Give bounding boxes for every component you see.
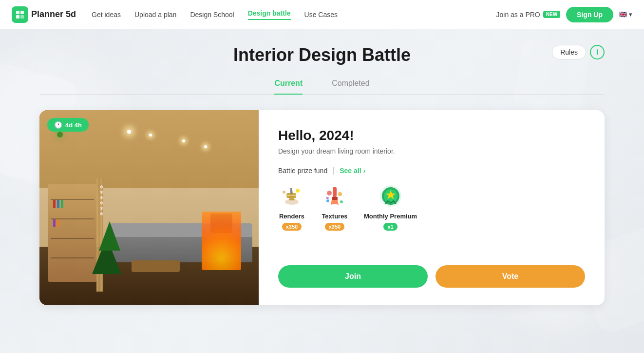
premium-label: Monthly Premium [364, 213, 417, 220]
logo[interactable]: Planner 5d [12, 6, 76, 23]
nav-design-battle[interactable]: Design battle [248, 9, 291, 20]
svg-rect-10 [333, 187, 337, 197]
join-button[interactable]: Join [278, 265, 428, 288]
renders-count: x350 [282, 223, 302, 231]
nav-design-school[interactable]: Design School [190, 11, 234, 19]
ceiling-light-1 [149, 134, 152, 137]
fireplace-glow [202, 212, 241, 270]
coffee-table [132, 260, 180, 272]
clock-icon: 🕐 [54, 121, 62, 129]
navbar: Planner 5d Get ideas Upload a plan Desig… [0, 0, 644, 29]
svg-point-15 [340, 200, 343, 203]
signup-button[interactable]: Sign Up [566, 7, 613, 22]
ceiling-light-2 [182, 139, 185, 142]
prize-divider [333, 167, 334, 175]
ceiling-light-3 [204, 145, 207, 148]
nav-use-cases[interactable]: Use Cases [304, 11, 338, 19]
svg-rect-16 [326, 197, 329, 199]
svg-rect-0 [16, 11, 19, 14]
prize-header: Battle prize fund See all › [278, 167, 585, 175]
battle-description: Design your dream living room interior. [278, 147, 585, 155]
prizes-row: Renders x350 [278, 182, 585, 231]
chevron-down-icon: ▾ [629, 11, 632, 18]
renders-icon [278, 182, 305, 210]
page-background: Interior Design Battle Rules i Current C… [0, 29, 644, 353]
battle-title: Hello, 2024! [278, 128, 585, 143]
svg-rect-1 [20, 11, 24, 14]
nav-links: Get ideas Upload a plan Design School De… [92, 9, 496, 20]
page-title: Interior Design Battle [39, 45, 605, 65]
svg-rect-11 [332, 197, 338, 200]
logo-text: Planner 5d [31, 9, 76, 20]
renders-label: Renders [279, 213, 304, 220]
battle-card: ❄❄❄❄❄❄ 🕐 4d 4h Hello, 2024! Design your … [39, 110, 605, 305]
prize-renders: Renders x350 [278, 182, 305, 231]
tabs: Current Completed [39, 79, 605, 95]
prize-premium: Monthly Premium x1 [364, 182, 417, 231]
main-content: Interior Design Battle Rules i Current C… [30, 29, 614, 321]
language-selector[interactable]: 🇬🇧 ▾ [619, 11, 632, 18]
battle-info: Hello, 2024! Design your dream living ro… [259, 110, 605, 305]
prize-section: Battle prize fund See all › [278, 167, 585, 231]
tab-current[interactable]: Current [274, 79, 303, 95]
svg-rect-3 [20, 15, 24, 19]
prize-textures: Textures x350 [321, 182, 348, 231]
svg-rect-2 [16, 15, 19, 19]
snowflakes: ❄❄❄❄❄❄ [96, 184, 105, 216]
pro-label: Join as a PRO [496, 11, 540, 19]
nav-upload-plan[interactable]: Upload a plan [134, 11, 176, 19]
new-badge: NEW [543, 11, 560, 18]
nav-get-ideas[interactable]: Get ideas [92, 11, 121, 19]
chevron-right-icon: › [363, 167, 366, 175]
vote-button[interactable]: Vote [436, 265, 585, 288]
see-all-text: See all [340, 167, 361, 175]
ceiling-light-4 [127, 130, 131, 134]
textures-label: Textures [322, 213, 347, 220]
see-all-link[interactable]: See all › [340, 167, 365, 175]
plant [57, 132, 63, 137]
tab-completed[interactable]: Completed [332, 79, 369, 95]
timer-value: 4d 4h [65, 121, 82, 129]
textures-count: x350 [325, 223, 344, 231]
info-icon[interactable]: i [590, 45, 605, 59]
shelf-unit [48, 184, 96, 282]
timer-badge: 🕐 4d 4h [47, 118, 89, 132]
nav-right: Join as a PRO NEW Sign Up 🇬🇧 ▾ [496, 7, 633, 22]
prize-label: Battle prize fund [278, 167, 327, 175]
action-buttons: Join Vote [278, 265, 585, 288]
svg-point-14 [326, 199, 329, 202]
svg-point-8 [296, 189, 300, 193]
svg-point-12 [327, 191, 332, 196]
christmas-tree-top [99, 221, 120, 251]
join-pro-button[interactable]: Join as a PRO NEW [496, 11, 561, 19]
premium-icon [377, 182, 404, 210]
svg-point-13 [338, 192, 342, 196]
premium-count: x1 [383, 223, 397, 231]
textures-icon [321, 182, 348, 210]
flag-icon: 🇬🇧 [619, 11, 627, 18]
battle-image: ❄❄❄❄❄❄ [39, 110, 259, 305]
rules-area: Rules i [552, 45, 605, 59]
svg-rect-6 [290, 188, 292, 194]
logo-icon [12, 6, 28, 23]
svg-point-9 [283, 191, 285, 194]
battle-image-wrap: ❄❄❄❄❄❄ 🕐 4d 4h [39, 110, 259, 305]
rules-button[interactable]: Rules [552, 45, 586, 59]
